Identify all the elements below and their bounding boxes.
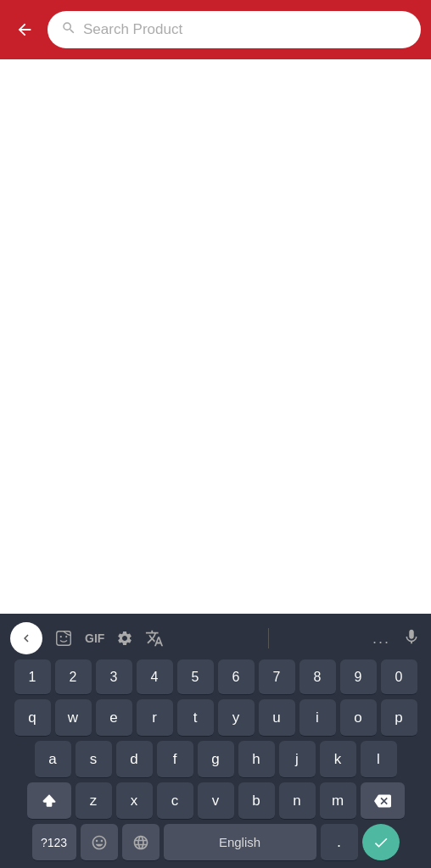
key-v[interactable]: v bbox=[198, 782, 234, 820]
key-l[interactable]: l bbox=[361, 741, 397, 778]
keyboard-toolbar: GIF ... bbox=[3, 619, 428, 659]
svg-rect-0 bbox=[57, 632, 71, 646]
key-n[interactable]: n bbox=[279, 782, 316, 820]
key-f[interactable]: f bbox=[157, 741, 193, 778]
key-5[interactable]: 5 bbox=[177, 659, 214, 695]
bottom-row: ?123 English . bbox=[3, 824, 428, 861]
search-icon bbox=[61, 20, 76, 39]
key-7[interactable]: 7 bbox=[259, 659, 295, 695]
back-button[interactable] bbox=[10, 15, 39, 44]
row-asdf: a s d f g h j k l bbox=[3, 741, 428, 778]
key-o[interactable]: o bbox=[340, 699, 377, 737]
key-q[interactable]: q bbox=[14, 699, 51, 737]
key-p[interactable]: p bbox=[381, 699, 417, 737]
row-qwerty: q w e r t y u i o p bbox=[3, 699, 428, 737]
key-8[interactable]: 8 bbox=[299, 659, 336, 695]
enter-key[interactable] bbox=[362, 824, 400, 861]
key-3[interactable]: 3 bbox=[96, 659, 132, 695]
settings-icon[interactable] bbox=[116, 630, 133, 647]
period-key[interactable]: . bbox=[321, 824, 358, 861]
key-1[interactable]: 1 bbox=[14, 659, 51, 695]
key-s[interactable]: s bbox=[76, 741, 112, 778]
key-u[interactable]: u bbox=[259, 699, 295, 737]
key-j[interactable]: j bbox=[279, 741, 316, 778]
backspace-key[interactable] bbox=[361, 782, 405, 820]
key-i[interactable]: i bbox=[299, 699, 336, 737]
shift-key[interactable] bbox=[27, 782, 71, 820]
space-key[interactable]: English bbox=[164, 824, 316, 861]
content-area bbox=[0, 59, 431, 614]
key-k[interactable]: k bbox=[320, 741, 356, 778]
key-a[interactable]: a bbox=[35, 741, 71, 778]
globe-key[interactable] bbox=[122, 824, 160, 861]
svg-point-1 bbox=[60, 636, 62, 637]
key-z[interactable]: z bbox=[76, 782, 112, 820]
numbers-symbols-key[interactable]: ?123 bbox=[32, 824, 76, 861]
key-9[interactable]: 9 bbox=[340, 659, 377, 695]
key-6[interactable]: 6 bbox=[218, 659, 255, 695]
key-2[interactable]: 2 bbox=[55, 659, 92, 695]
key-y[interactable]: y bbox=[218, 699, 255, 737]
key-t[interactable]: t bbox=[177, 699, 214, 737]
translate-icon[interactable] bbox=[145, 629, 164, 648]
toolbar-right: ... bbox=[372, 627, 421, 650]
key-e[interactable]: e bbox=[96, 699, 132, 737]
emoji-key[interactable] bbox=[81, 824, 118, 861]
search-bar bbox=[48, 11, 421, 48]
toolbar-separator bbox=[268, 628, 269, 648]
svg-point-2 bbox=[65, 636, 67, 637]
sticker-icon[interactable] bbox=[54, 629, 73, 648]
row-zxcvbnm: z x c v b n m bbox=[3, 782, 428, 820]
gif-button[interactable]: GIF bbox=[85, 632, 104, 645]
key-g[interactable]: g bbox=[198, 741, 234, 778]
more-options-button[interactable]: ... bbox=[372, 630, 390, 648]
key-x[interactable]: x bbox=[116, 782, 153, 820]
header bbox=[0, 0, 431, 59]
key-b[interactable]: b bbox=[238, 782, 275, 820]
key-r[interactable]: r bbox=[137, 699, 173, 737]
key-0[interactable]: 0 bbox=[381, 659, 417, 695]
key-m[interactable]: m bbox=[320, 782, 356, 820]
key-h[interactable]: h bbox=[238, 741, 275, 778]
key-c[interactable]: c bbox=[157, 782, 193, 820]
key-d[interactable]: d bbox=[116, 741, 153, 778]
microphone-icon[interactable] bbox=[402, 627, 421, 650]
search-input[interactable] bbox=[83, 21, 407, 38]
number-row: 1 2 3 4 5 6 7 8 9 0 bbox=[3, 659, 428, 695]
key-w[interactable]: w bbox=[55, 699, 92, 737]
keyboard: GIF ... 1 2 3 4 bbox=[0, 614, 431, 868]
toolbar-left: GIF bbox=[10, 622, 164, 654]
key-4[interactable]: 4 bbox=[137, 659, 173, 695]
collapse-keyboard-button[interactable] bbox=[10, 622, 42, 654]
